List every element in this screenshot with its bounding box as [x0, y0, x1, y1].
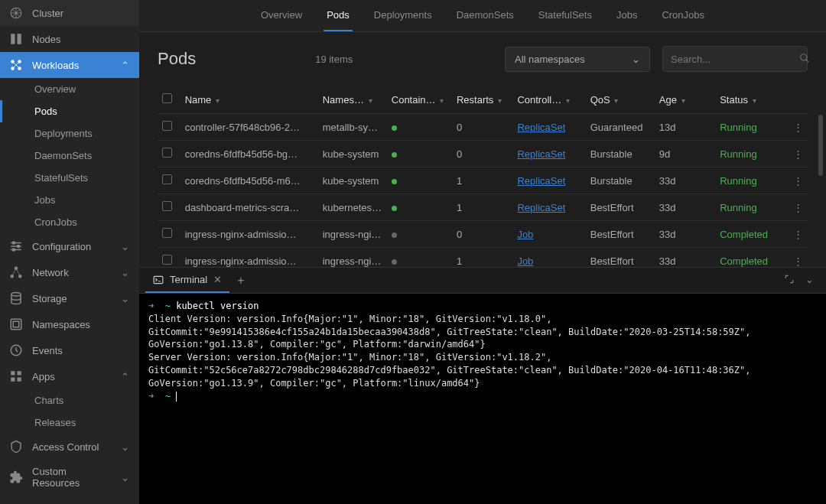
column-header[interactable]: Restarts ▾ — [452, 86, 512, 114]
sidebar-subitem-jobs[interactable]: Jobs — [0, 189, 139, 211]
row-checkbox[interactable] — [158, 248, 180, 268]
table-row[interactable]: ingress-nginx-admissio…ingress-ngi…0JobB… — [158, 221, 808, 248]
tab-deployments[interactable]: Deployments — [371, 0, 435, 31]
svg-line-34 — [806, 59, 809, 62]
svg-point-25 — [11, 293, 21, 297]
sidebar-item-storage[interactable]: Storage⌄ — [0, 285, 139, 311]
column-header[interactable]: Age ▾ — [655, 86, 715, 114]
crd-icon — [9, 470, 23, 484]
row-checkbox[interactable] — [158, 221, 180, 248]
table-row[interactable]: controller-57f648cb96-2…metallb-sy…0Repl… — [158, 114, 808, 141]
row-menu-button[interactable]: ⋮ — [789, 248, 808, 268]
sidebar-item-namespaces[interactable]: Namespaces — [0, 311, 139, 337]
sidebar-subitem-overview[interactable]: Overview — [0, 78, 139, 100]
sidebar-subitem-releases[interactable]: Releases — [0, 411, 139, 434]
sidebar-item-events[interactable]: Events — [0, 337, 139, 363]
controller-link[interactable]: ReplicaSet — [517, 202, 565, 213]
namespace-selector[interactable]: All namespaces ⌄ — [505, 47, 650, 72]
pod-name: coredns-6fdfb45d56-bg… — [180, 141, 318, 167]
pod-name: ingress-nginx-admissio… — [180, 248, 318, 268]
row-menu-button[interactable]: ⋮ — [789, 141, 808, 167]
row-menu-button[interactable]: ⋮ — [789, 167, 808, 194]
scrollbar-thumb[interactable] — [818, 115, 823, 176]
sidebar-item-label: Events — [32, 345, 130, 356]
sidebar-subitem-pods[interactable]: Pods — [0, 100, 139, 122]
container-status-dot — [392, 232, 397, 238]
workload-tabs: OverviewPodsDeploymentsDaemonSetsStatefu… — [139, 0, 826, 32]
table-row[interactable]: dashboard-metrics-scra…kubernetes…1Repli… — [158, 194, 808, 221]
pod-controller: ReplicaSet — [512, 114, 585, 141]
svg-rect-35 — [154, 276, 163, 283]
controller-link[interactable]: Job — [517, 229, 533, 240]
sidebar-subitem-statefulsets[interactable]: StatefulSets — [0, 167, 139, 189]
workloads-icon — [9, 58, 23, 72]
pod-age: 33d — [655, 221, 715, 248]
expand-icon[interactable] — [784, 274, 795, 287]
tab-pods[interactable]: Pods — [324, 0, 353, 31]
controller-link[interactable]: ReplicaSet — [517, 122, 565, 133]
row-checkbox[interactable] — [158, 194, 180, 221]
controller-link[interactable]: Job — [517, 255, 533, 267]
chevron-up-icon: ⌃ — [121, 60, 130, 71]
add-terminal-button[interactable]: + — [229, 269, 252, 292]
sidebar-item-configuration[interactable]: Configuration⌄ — [0, 233, 139, 259]
pod-name: controller-57f648cb96-2… — [180, 114, 318, 141]
sidebar-item-apps[interactable]: Apps⌃ — [0, 363, 139, 389]
sidebar-subitem-cronjobs[interactable]: CronJobs — [0, 211, 139, 233]
chevron-down-icon: ⌄ — [121, 472, 130, 483]
close-icon[interactable]: ✕ — [213, 274, 222, 285]
sidebar-item-access-control[interactable]: Access Control⌄ — [0, 434, 139, 460]
main-content: OverviewPodsDeploymentsDaemonSetsStatefu… — [139, 0, 826, 504]
search-box[interactable] — [662, 46, 808, 72]
controller-link[interactable]: ReplicaSet — [517, 175, 565, 187]
sidebar-item-label: Workloads — [32, 60, 112, 71]
row-checkbox[interactable] — [158, 167, 180, 194]
sidebar-item-cluster[interactable]: Cluster — [0, 0, 139, 26]
sidebar-item-nodes[interactable]: Nodes — [0, 26, 139, 52]
pod-status: Completed — [715, 248, 788, 268]
row-menu-button[interactable]: ⋮ — [789, 194, 808, 221]
pod-containers — [387, 114, 452, 141]
select-all-checkbox[interactable] — [158, 86, 180, 114]
tab-statefulsets[interactable]: StatefulSets — [535, 0, 595, 31]
sidebar-item-network[interactable]: Network⌄ — [0, 259, 139, 285]
column-header[interactable]: Names… ▾ — [318, 86, 387, 114]
pod-age: 33d — [655, 248, 715, 268]
column-header[interactable]: Status ▾ — [715, 86, 788, 114]
sidebar-item-workloads[interactable]: Workloads⌃ — [0, 52, 139, 78]
svg-rect-6 — [11, 34, 15, 44]
row-menu-button[interactable]: ⋮ — [789, 221, 808, 248]
row-menu-button[interactable]: ⋮ — [789, 114, 808, 141]
sort-icon: ▾ — [614, 96, 618, 105]
column-header[interactable]: Name ▾ — [180, 86, 318, 114]
access-icon — [9, 440, 23, 454]
column-header[interactable]: Controll… ▾ — [512, 86, 585, 114]
table-row[interactable]: coredns-6fdfb45d56-bg…kube-system0Replic… — [158, 141, 808, 167]
table-row[interactable]: coredns-6fdfb45d56-m6…kube-system1Replic… — [158, 167, 808, 194]
sidebar-subitem-charts[interactable]: Charts — [0, 389, 139, 411]
sort-icon: ▾ — [681, 96, 685, 105]
sidebar-subitem-deployments[interactable]: Deployments — [0, 122, 139, 145]
pod-namespace: metallb-sy… — [318, 114, 387, 141]
column-header[interactable]: QoS ▾ — [586, 86, 655, 114]
terminal-body[interactable]: ➜ ~ kubectl version Client Version: vers… — [139, 294, 826, 504]
chevron-down-icon[interactable]: ⌄ — [805, 274, 814, 287]
sort-icon: ▾ — [753, 96, 756, 105]
tab-daemonsets[interactable]: DaemonSets — [454, 0, 517, 31]
sidebar-subitem-daemonsets[interactable]: DaemonSets — [0, 145, 139, 167]
search-input[interactable] — [671, 54, 799, 65]
table-row[interactable]: ingress-nginx-admissio…ingress-ngi…1JobB… — [158, 248, 808, 268]
tab-jobs[interactable]: Jobs — [613, 0, 640, 31]
terminal-tab[interactable]: Terminal ✕ — [145, 268, 229, 293]
row-checkbox[interactable] — [158, 114, 180, 141]
pod-controller: Job — [512, 221, 585, 248]
sidebar-item-custom-resources[interactable]: Custom Resources⌄ — [0, 460, 139, 495]
controller-link[interactable]: ReplicaSet — [517, 148, 565, 160]
column-header[interactable]: Contain… ▾ — [387, 86, 452, 114]
terminal-tab-label: Terminal — [170, 274, 207, 285]
tab-cronjobs[interactable]: CronJobs — [659, 0, 707, 31]
tab-overview[interactable]: Overview — [258, 0, 305, 31]
row-checkbox[interactable] — [158, 141, 180, 167]
helm-icon — [9, 6, 23, 20]
svg-rect-31 — [11, 378, 15, 382]
